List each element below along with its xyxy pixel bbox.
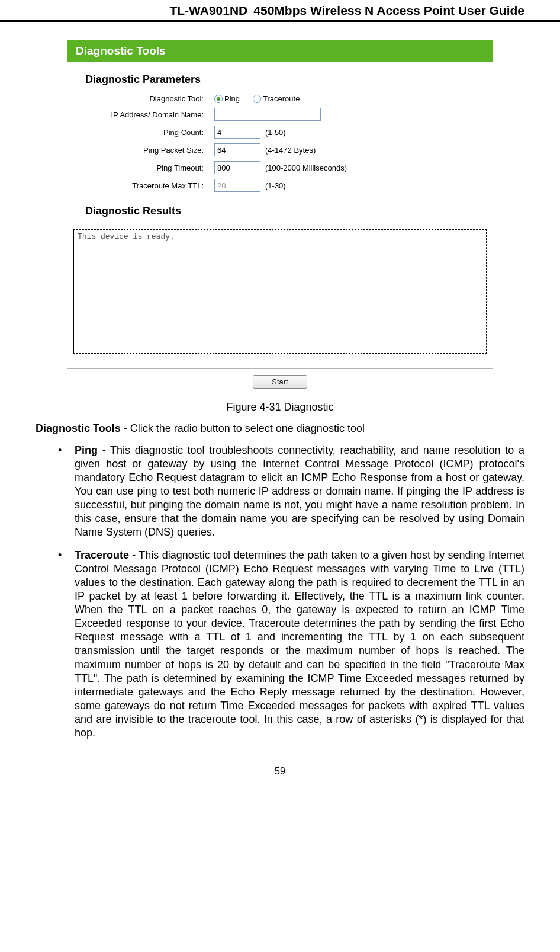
radio-traceroute[interactable]: Traceroute [253,94,300,103]
radio-ping-label: Ping [224,94,240,103]
doc-header: TL-WA901ND 450Mbps Wireless N Access Poi… [0,0,560,22]
bullet-ping-text: - This diagnostic tool troubleshoots con… [75,444,524,538]
header-title: 450Mbps Wireless N Access Point User Gui… [253,4,524,18]
row-ping-count: Ping Count: (1-50) [67,126,493,139]
row-packet-size: Ping Packet Size: (4-1472 Bytes) [67,143,493,156]
label-diagnostic-tool: Diagnostic Tool: [67,94,214,103]
intro-paragraph: Diagnostic Tools - Click the radio butto… [36,422,524,435]
radio-ping[interactable]: Ping [214,94,240,103]
intro-rest: Click the radio button to select one dia… [130,422,365,434]
page-content: Diagnostic Tools Diagnostic Parameters D… [0,22,560,794]
label-traceroute-ttl: Traceroute Max TTL: [67,181,214,190]
ip-address-input[interactable] [214,108,321,121]
intro-bold: Diagnostic Tools - [36,422,130,434]
bullet-traceroute-text: - This diagnostic tool determines the pa… [75,549,524,738]
radio-icon [214,95,223,103]
bullet-traceroute-name: Traceroute [75,549,129,561]
start-button[interactable]: Start [253,375,307,389]
ping-count-input[interactable] [214,126,260,139]
radio-icon [253,95,261,103]
ping-count-hint: (1-50) [265,128,286,137]
label-packet-size: Ping Packet Size: [67,146,214,155]
ping-timeout-input[interactable] [214,161,260,174]
row-ip-address: IP Address/ Domain Name: [67,108,493,121]
results-text: This device is ready. [78,232,175,241]
button-row: Start [67,368,493,395]
figure-caption: Figure 4-31 Diagnostic [36,401,524,414]
bullet-list: Ping - This diagnostic tool troubleshoot… [36,444,524,740]
diagnostic-parameters-heading: Diagnostic Parameters [67,70,493,94]
row-diagnostic-tool: Diagnostic Tool: Ping Traceroute [67,94,493,103]
ping-timeout-hint: (100-2000 Milliseconds) [265,164,347,172]
traceroute-ttl-hint: (1-30) [265,181,286,190]
row-traceroute-ttl: Traceroute Max TTL: (1-30) [67,179,493,192]
header-model: TL-WA901ND [169,4,247,18]
diagnostic-results-heading: Diagnostic Results [67,197,493,226]
panel-body: Diagnostic Parameters Diagnostic Tool: P… [67,62,493,395]
traceroute-ttl-input[interactable] [214,179,260,192]
label-ping-timeout: Ping Timeout: [67,164,214,172]
results-box: This device is ready. [73,229,487,354]
page-number: 59 [36,766,524,777]
packet-size-hint: (4-1472 Bytes) [265,146,316,155]
radio-traceroute-label: Traceroute [263,94,300,103]
packet-size-input[interactable] [214,143,260,156]
bullet-ping-name: Ping [75,444,98,456]
row-ping-timeout: Ping Timeout: (100-2000 Milliseconds) [67,161,493,174]
diagnostic-tools-panel: Diagnostic Tools Diagnostic Parameters D… [67,40,493,395]
label-ping-count: Ping Count: [67,128,214,137]
bullet-traceroute: Traceroute - This diagnostic tool determ… [58,549,524,739]
bullet-ping: Ping - This diagnostic tool troubleshoot… [58,444,524,539]
panel-titlebar: Diagnostic Tools [67,40,493,62]
label-ip-address: IP Address/ Domain Name: [67,110,214,119]
